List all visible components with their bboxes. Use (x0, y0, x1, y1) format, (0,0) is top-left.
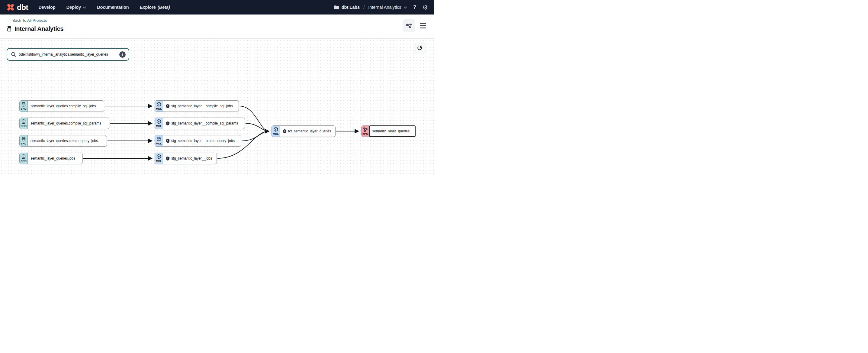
node-label: stg_semantic_layer__create_query_jobs (163, 136, 241, 146)
shield-icon (166, 139, 170, 143)
nav-item-explore[interactable]: Explore (Beta) (140, 5, 170, 10)
dbt-cloud-app: dbt Develop Deploy Documentation Explore… (0, 0, 434, 177)
project-jar-icon (7, 26, 12, 32)
logo-text: dbt (17, 3, 28, 12)
graph-node-stg_compile_sql_jobs[interactable]: MDLstg_semantic_layer__compile_sql_jobs (155, 100, 239, 112)
graph-node-fct_semantic_layer_queries[interactable]: MDLfct_semantic_layer_queries (272, 125, 336, 137)
chevron-down-icon (404, 6, 407, 8)
lineage-view-button[interactable] (403, 19, 415, 32)
explore-beta-tag: (Beta) (158, 5, 170, 10)
graph-node-src_compile_sql_params[interactable]: SRCsemantic_layer_queries.compile_sql_pa… (19, 118, 109, 129)
edge-stg_compile_sql_params-to-fct_semantic_layer_queries (246, 123, 269, 131)
account-project-switcher[interactable]: dbt Labs / Internal Analytics (334, 5, 407, 10)
graph-node-stg_jobs[interactable]: MDLstg_semantic_layer__jobs (155, 153, 217, 164)
node-type-badge-src: SRC (20, 101, 28, 112)
graph-node-semantic_layer_queries[interactable]: SEMsemantic_layer_queries (361, 125, 415, 137)
project-name: Internal Analytics (368, 5, 401, 10)
node-label: stg_semantic_layer__jobs (163, 153, 217, 164)
lineage-search-box[interactable]: odel.fishtown_internal_analytics.semanti… (7, 48, 129, 61)
graph-node-src_jobs[interactable]: SRCsemantic_layer_queries.jobs (19, 153, 83, 164)
account-name: dbt Labs (342, 5, 360, 10)
info-icon[interactable]: i (119, 51, 126, 58)
node-type-badge-mdl: MDL (155, 118, 163, 129)
edge-stg_create_query_jobs-to-fct_semantic_layer_queries (242, 131, 269, 141)
shield-icon (166, 104, 170, 109)
settings-gear-icon[interactable]: ⚙ (422, 4, 428, 10)
page-title: Internal Analytics (14, 25, 63, 32)
top-nav: dbt Develop Deploy Documentation Explore… (0, 0, 434, 14)
database-icon (21, 102, 26, 107)
dbt-logo[interactable]: dbt (6, 3, 28, 12)
nav-item-documentation[interactable]: Documentation (97, 5, 129, 10)
node-type-badge-mdl: MDL (272, 126, 280, 137)
node-type-badge-src: SRC (20, 153, 28, 164)
cube-icon (273, 127, 278, 132)
node-type-badge-src: SRC (20, 136, 28, 146)
shield-icon (166, 121, 170, 126)
node-label: semantic_layer_queries (369, 125, 416, 137)
node-label: stg_semantic_layer__compile_sql_params (163, 118, 245, 129)
nav-item-deploy[interactable]: Deploy (66, 5, 86, 10)
breadcrumb-separator: / (363, 5, 365, 10)
lineage-graph-icon (406, 22, 412, 29)
semantic-layer-icon (363, 127, 368, 132)
database-icon (21, 119, 26, 124)
folder-icon (334, 5, 339, 10)
cube-icon (156, 102, 161, 107)
chevron-down-icon (83, 6, 86, 8)
page-header: ← Back To All Projects Internal Analytic… (0, 14, 434, 39)
node-label: semantic_layer_queries.compile_sql_param… (28, 118, 109, 129)
node-label: semantic_layer_queries.jobs (28, 153, 83, 164)
reset-icon: ↺ (417, 45, 423, 52)
lineage-canvas[interactable]: odel.fishtown_internal_analytics.semanti… (0, 39, 434, 177)
nav-item-develop[interactable]: Develop (38, 5, 55, 10)
graph-node-stg_create_query_jobs[interactable]: MDLstg_semantic_layer__create_query_jobs (155, 135, 241, 147)
dbt-logo-icon (6, 3, 15, 12)
node-label: semantic_layer_queries.compile_sql_jobs (28, 101, 104, 112)
search-icon (11, 52, 16, 57)
database-icon (21, 154, 26, 159)
graph-node-stg_compile_sql_params[interactable]: MDLstg_semantic_layer__compile_sql_param… (155, 118, 245, 129)
cube-icon (156, 119, 161, 124)
node-label: semantic_layer_queries.create_query_jobs (28, 136, 106, 146)
node-type-badge-mdl: MDL (155, 153, 163, 164)
graph-node-src_create_query_jobs[interactable]: SRCsemantic_layer_queries.create_query_j… (19, 135, 107, 147)
hamburger-icon (420, 23, 426, 24)
search-input[interactable]: odel.fishtown_internal_analytics.semanti… (19, 52, 117, 57)
cube-icon (156, 137, 161, 142)
node-type-badge-sem: SEM (361, 125, 369, 137)
node-label: stg_semantic_layer__compile_sql_jobs (163, 101, 239, 112)
reset-view-button[interactable]: ↺ (413, 42, 426, 54)
node-type-badge-mdl: MDL (155, 101, 163, 112)
node-label: fct_semantic_layer_queries (280, 126, 335, 137)
list-view-button[interactable] (420, 23, 426, 28)
database-icon (21, 137, 26, 142)
help-icon[interactable]: ? (413, 4, 416, 10)
graph-node-src_compile_sql_jobs[interactable]: SRCsemantic_layer_queries.compile_sql_jo… (19, 100, 104, 112)
cube-icon (156, 154, 161, 159)
node-type-badge-src: SRC (20, 118, 28, 129)
shield-icon (283, 129, 287, 134)
back-arrow-icon: ← (7, 18, 10, 23)
node-type-badge-mdl: MDL (155, 136, 163, 146)
shield-icon (166, 156, 170, 161)
back-to-projects-link[interactable]: ← Back To All Projects (7, 18, 47, 23)
